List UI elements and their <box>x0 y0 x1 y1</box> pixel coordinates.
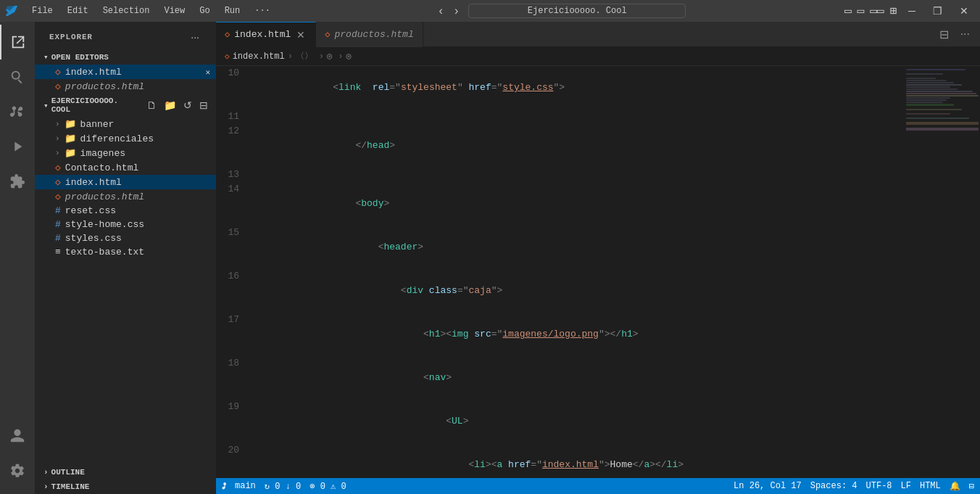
folder-banner[interactable]: › 📁 banner <box>35 117 216 131</box>
statusbar-layout[interactable]: ⊟ <box>969 481 974 492</box>
folder-icon: 📁 <box>65 118 76 130</box>
activity-run-debug[interactable] <box>0 129 35 164</box>
folder-diferenciales[interactable]: › 📁 diferenciales <box>35 131 216 146</box>
close-file-icon[interactable]: ✕ <box>205 67 210 77</box>
html-icon: ◇ <box>55 66 61 78</box>
timeline-label: TIMELINE <box>51 482 90 491</box>
breadcrumb-icon-body: ◎ <box>327 51 332 62</box>
file-resetcss[interactable]: # reset.css <box>35 204 216 218</box>
open-editor-productos[interactable]: ◇ productos.html <box>35 79 216 94</box>
project-section[interactable]: ▾ EJERCICIOOOOO. COOL 🗋 📁 ↺ ⊟ <box>35 94 216 117</box>
minimap[interactable] <box>900 66 980 478</box>
line-content-12: </head> <box>251 124 900 168</box>
restore-button[interactable]: ❐ <box>927 4 948 18</box>
activity-source-control[interactable] <box>0 94 35 129</box>
new-file-button[interactable]: 🗋 <box>144 99 159 112</box>
open-editor-index[interactable]: ◇ index.html ✕ <box>35 65 216 79</box>
file-styles-label: styles.css <box>65 233 122 244</box>
statusbar-line-col[interactable]: Ln 26, Col 17 <box>734 481 802 492</box>
split-editor-button[interactable]: ⊟ <box>935 26 953 43</box>
vscode-logo-icon <box>6 5 17 17</box>
folder-imagenes[interactable]: › 📁 imagenes <box>35 146 216 160</box>
file-textobase[interactable]: ≡ texto-base.txt <box>35 245 216 259</box>
activity-settings[interactable] <box>0 453 35 488</box>
open-editors-section[interactable]: ▾ OPEN EDITORS <box>35 49 216 65</box>
tabs-more-button[interactable]: ··· <box>956 26 974 43</box>
nav-back-button[interactable]: ‹ <box>435 3 447 19</box>
file-productos[interactable]: ◇ productos.html <box>35 189 216 204</box>
line-num-12: 12 <box>216 124 251 139</box>
nav-forward-button[interactable]: › <box>450 3 462 19</box>
file-stylehome[interactable]: # style-home.css <box>35 218 216 231</box>
close-button[interactable]: ✕ <box>954 4 974 18</box>
editor-and-minimap: 10 <link rel="stylesheet" href="style.cs… <box>216 66 980 478</box>
statusbar-language[interactable]: HTML <box>920 481 941 492</box>
breadcrumb-sep-2: › <box>319 52 324 62</box>
title-search-bar[interactable]: Ejerciciooooo. Cool <box>468 4 686 18</box>
menu-file[interactable]: File <box>26 4 59 17</box>
sidebar-more-button[interactable]: ··· <box>188 30 202 44</box>
activity-accounts[interactable] <box>0 419 35 453</box>
line-content-10: <link rel="stylesheet" href="style.css"> <box>251 66 900 110</box>
tab-close-index[interactable]: ✕ <box>295 29 307 41</box>
project-label: EJERCICIOOOOO. COOL <box>51 96 141 114</box>
breadcrumb-file[interactable]: index.html <box>233 52 285 62</box>
line-num-19: 19 <box>216 400 251 414</box>
line-content-14: <body> <box>251 182 900 226</box>
minimize-button[interactable]: ─ <box>902 4 921 18</box>
line-num-16: 16 <box>216 269 251 284</box>
file-styles[interactable]: # styles.css <box>35 231 216 245</box>
tabs-bar: ◇ index.html ✕ ◇ productos.html ⊟ ··· <box>216 22 980 47</box>
statusbar-bell[interactable]: 🔔 <box>950 481 960 492</box>
layout-icon-3: ▭▭ <box>870 4 884 18</box>
code-line-17: 17 <h1><img src="imagenes/logo.png"></h1… <box>216 313 900 356</box>
menu-go[interactable]: Go <box>194 4 215 17</box>
tab-label-index: index.html <box>234 29 291 40</box>
code-line-20: 20 <li><a href="index.html">Home</a></li… <box>216 443 900 478</box>
open-editors-label: OPEN EDITORS <box>51 53 109 62</box>
file-index[interactable]: ◇ index.html <box>35 175 216 189</box>
css-icon-styles: # <box>55 233 61 244</box>
titlebar-center: ‹ › Ejerciciooooo. Cool <box>435 3 686 19</box>
activity-search[interactable] <box>0 59 35 94</box>
breadcrumb-icon-div: ◎ <box>346 51 351 62</box>
content-area: ◇ index.html ✕ ◇ productos.html ⊟ ··· ◇ … <box>216 22 980 494</box>
line-num-10: 10 <box>216 66 251 81</box>
statusbar-spaces[interactable]: Spaces: 4 <box>810 481 858 492</box>
timeline-section[interactable]: › TIMELINE <box>35 479 216 494</box>
file-resetcss-label: reset.css <box>65 205 116 216</box>
menu-selection[interactable]: Selection <box>97 4 156 17</box>
statusbar-branch[interactable]: main <box>222 481 256 491</box>
tab-productos[interactable]: ◇ productos.html <box>316 22 423 47</box>
menu-more[interactable]: ··· <box>249 4 276 17</box>
file-contacto-label: Contacto.html <box>65 162 138 173</box>
sidebar: EXPLORER ··· ▾ OPEN EDITORS ◇ index.html… <box>35 22 216 494</box>
statusbar-line-ending[interactable]: LF <box>901 481 911 492</box>
statusbar-sync[interactable]: ↻ 0 ↓ 0 <box>265 481 301 492</box>
titlebar: File Edit Selection View Go Run ··· ‹ › … <box>0 0 980 22</box>
collapse-button[interactable]: ⊟ <box>197 99 210 112</box>
activity-extensions[interactable] <box>0 164 35 199</box>
menu-view[interactable]: View <box>158 4 191 17</box>
menu-edit[interactable]: Edit <box>62 4 94 17</box>
file-textobase-label: texto-base.txt <box>65 247 144 258</box>
chevron-right-icon-3: › <box>55 149 60 157</box>
titlebar-left: File Edit Selection View Go Run ··· <box>6 4 276 17</box>
refresh-button[interactable]: ↺ <box>181 99 194 112</box>
open-editor-productos-label: productos.html <box>65 81 144 92</box>
new-folder-button[interactable]: 📁 <box>162 99 178 112</box>
line-num-18: 18 <box>216 356 251 371</box>
outline-section[interactable]: › OUTLINE <box>35 465 216 479</box>
editor-main[interactable]: 10 <link rel="stylesheet" href="style.cs… <box>216 66 900 478</box>
statusbar-encoding[interactable]: UTF-8 <box>866 481 892 492</box>
activity-explorer[interactable] <box>0 25 35 59</box>
tab-index[interactable]: ◇ index.html ✕ <box>216 22 316 47</box>
file-productos-label: productos.html <box>65 192 144 202</box>
folder-imagenes-label: imagenes <box>80 148 125 159</box>
project-actions: 🗋 📁 ↺ ⊟ <box>144 99 210 112</box>
folder-diferenciales-label: diferenciales <box>80 133 154 144</box>
file-stylehome-label: style-home.css <box>65 219 144 230</box>
file-contacto[interactable]: ◇ Contacto.html <box>35 160 216 175</box>
statusbar-errors[interactable]: ⊗ 0 ⚠ 0 <box>310 481 346 492</box>
menu-run[interactable]: Run <box>219 4 246 17</box>
